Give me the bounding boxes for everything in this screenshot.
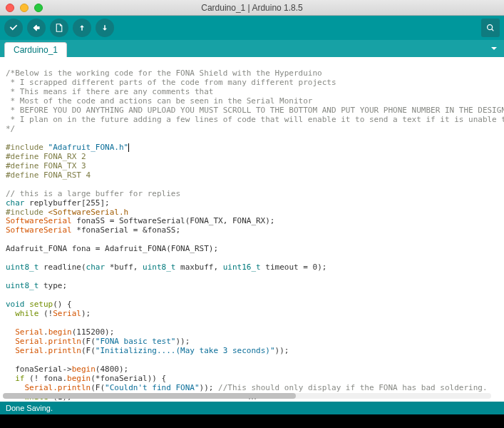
new-sketch-button[interactable] <box>50 19 68 37</box>
verify-button[interactable] <box>4 19 23 37</box>
text-cursor <box>128 143 129 152</box>
toolbar <box>0 16 504 40</box>
window-title: Carduino_1 | Arduino 1.8.5 <box>201 3 303 13</box>
window-traffic-lights <box>0 4 43 12</box>
close-window-button[interactable] <box>6 4 14 12</box>
sketch-tab[interactable]: Carduino_1 <box>4 42 67 57</box>
save-sketch-button[interactable] <box>96 19 114 37</box>
editor-resize-grip[interactable] <box>242 398 263 400</box>
code-content: /*Below is the working code for the FONA… <box>0 57 504 402</box>
status-bar: Done Saving. <box>0 402 504 414</box>
serial-monitor-button[interactable] <box>481 19 500 37</box>
minimize-window-button[interactable] <box>20 4 29 12</box>
maximize-window-button[interactable] <box>34 4 43 12</box>
status-text: Done Saving. <box>6 404 53 412</box>
svg-point-0 <box>488 25 493 30</box>
tab-bar: Carduino_1 <box>0 40 504 57</box>
console-output[interactable] <box>0 414 504 428</box>
window-titlebar: Carduino_1 | Arduino 1.8.5 <box>0 0 504 16</box>
tab-menu-button[interactable] <box>488 43 500 54</box>
upload-button[interactable] <box>27 19 46 37</box>
open-sketch-button[interactable] <box>73 19 91 37</box>
code-editor[interactable]: /*Below is the working code for the FONA… <box>0 57 504 402</box>
